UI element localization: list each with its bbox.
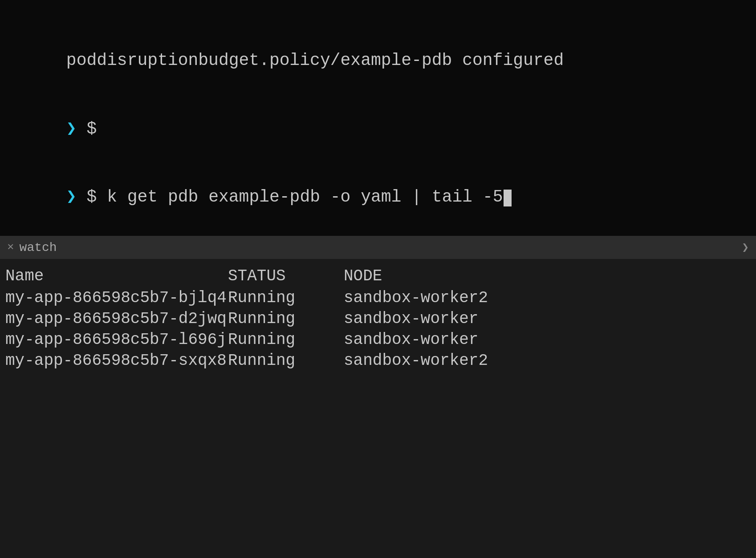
right-control: ❯ [742, 240, 749, 255]
cmd3-line: ❯ $ k get pdb example-pdb -o yaml | tail… [0, 163, 756, 231]
table-row: my-app-866598c5b7-l696j Running sandbox-… [5, 331, 751, 349]
pod-status-2: Running [228, 310, 344, 328]
watch-panel: Name STATUS NODE my-app-866598c5b7-bjlq4… [0, 259, 756, 558]
terminal-cursor [504, 190, 512, 206]
arrow-7: ❯ [66, 119, 77, 138]
table-row: my-app-866598c5b7-d2jwq Running sandbox-… [5, 310, 751, 328]
col-header-name: Name [5, 267, 228, 285]
pod-node-3: sandbox-worker [344, 331, 751, 349]
pod-node-1: sandbox-worker2 [344, 289, 751, 307]
col-header-node: NODE [344, 267, 751, 285]
out2-line: poddisruptionbudget.policy/example-pdb c… [0, 26, 756, 94]
pod-name-4: my-app-866598c5b7-sxqx8 [5, 352, 228, 370]
pod-name-3: my-app-866598c5b7-l696j [5, 331, 228, 349]
terminal-window: ❯ $ ❯ $ ❯ $ ❯ $ ❯ $ ❯ $ k apply -f deplo… [0, 0, 756, 558]
pod-status-1: Running [228, 289, 344, 307]
arrow-cmd2: ❯ [66, 0, 77, 1]
cmd2-line: ❯ $ k apply -f pdb.yaml [0, 0, 756, 26]
arrow-cmd3: ❯ [66, 187, 77, 206]
close-icon[interactable]: × [7, 241, 14, 254]
table-row: my-app-866598c5b7-bjlq4 Running sandbox-… [5, 289, 751, 307]
pod-node-4: sandbox-worker2 [344, 352, 751, 370]
pod-name-1: my-app-866598c5b7-bjlq4 [5, 289, 228, 307]
watch-tab-bar: × watch ❯ [0, 236, 756, 259]
watch-label: watch [20, 241, 57, 255]
blank-prompt-7: ❯ $ [0, 94, 756, 163]
pod-node-2: sandbox-worker [344, 310, 751, 328]
col-header-status: STATUS [228, 267, 344, 285]
pod-status-4: Running [228, 352, 344, 370]
pod-name-2: my-app-866598c5b7-d2jwq [5, 310, 228, 328]
terminal-top: ❯ $ ❯ $ ❯ $ ❯ $ ❯ $ ❯ $ k apply -f deplo… [0, 0, 756, 236]
table-header: Name STATUS NODE [5, 267, 751, 285]
pod-status-3: Running [228, 331, 344, 349]
table-row: my-app-866598c5b7-sxqx8 Running sandbox-… [5, 352, 751, 370]
